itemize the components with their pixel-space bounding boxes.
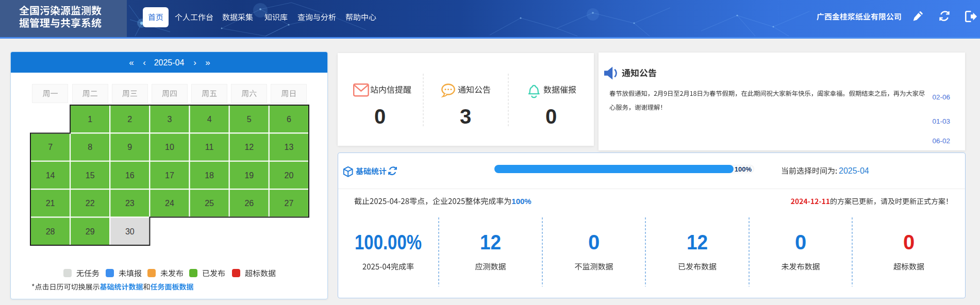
svg-text:3: 3 <box>168 115 172 124</box>
svg-text:28: 28 <box>46 227 55 236</box>
svg-text:25: 25 <box>205 199 214 208</box>
svg-text:0: 0 <box>588 231 600 253</box>
svg-text:0: 0 <box>795 231 806 253</box>
svg-text:12: 12 <box>480 231 501 253</box>
svg-text:7: 7 <box>48 143 53 151</box>
svg-text:01-03: 01-03 <box>932 117 950 125</box>
svg-text:18: 18 <box>205 171 214 180</box>
svg-text:16: 16 <box>125 171 135 180</box>
svg-text:17: 17 <box>165 171 174 180</box>
svg-text:›: › <box>193 58 196 67</box>
svg-text:19: 19 <box>244 171 254 180</box>
svg-text:11: 11 <box>205 143 214 151</box>
svg-text:100%: 100% <box>735 165 752 173</box>
svg-text:8: 8 <box>88 143 92 151</box>
svg-text:«: « <box>129 58 134 67</box>
svg-text:20: 20 <box>285 171 294 180</box>
svg-text:26: 26 <box>244 199 254 208</box>
svg-text:9: 9 <box>127 143 132 151</box>
svg-text:23: 23 <box>125 199 135 208</box>
svg-text:4: 4 <box>207 115 212 124</box>
svg-text:21: 21 <box>46 199 55 208</box>
svg-text:2025-04: 2025-04 <box>839 166 869 175</box>
svg-text:0: 0 <box>545 105 557 128</box>
svg-text:10: 10 <box>165 143 174 151</box>
svg-text:13: 13 <box>285 143 294 151</box>
svg-text:100.00%: 100.00% <box>355 231 422 253</box>
svg-text:15: 15 <box>86 171 95 180</box>
svg-text:12: 12 <box>687 231 708 253</box>
svg-text:1: 1 <box>88 115 92 124</box>
svg-text:6: 6 <box>287 115 291 124</box>
svg-text:30: 30 <box>125 227 135 236</box>
svg-text:12: 12 <box>244 143 254 151</box>
svg-text:3: 3 <box>460 105 471 128</box>
svg-text:100%: 100% <box>511 197 531 206</box>
svg-text:‹: ‹ <box>143 58 146 67</box>
svg-text:0: 0 <box>903 231 915 253</box>
svg-text:29: 29 <box>86 227 95 236</box>
svg-text:2: 2 <box>127 115 132 124</box>
svg-text:22: 22 <box>86 199 95 208</box>
svg-text:2025-04: 2025-04 <box>154 58 185 67</box>
svg-text:02-06: 02-06 <box>932 93 950 101</box>
svg-text:27: 27 <box>285 199 294 208</box>
svg-text:24: 24 <box>165 199 174 208</box>
svg-text:5: 5 <box>247 115 252 124</box>
svg-text:»: » <box>205 58 210 67</box>
svg-text:06-02: 06-02 <box>932 137 950 145</box>
svg-text:14: 14 <box>46 171 55 180</box>
svg-text:0: 0 <box>374 105 386 128</box>
